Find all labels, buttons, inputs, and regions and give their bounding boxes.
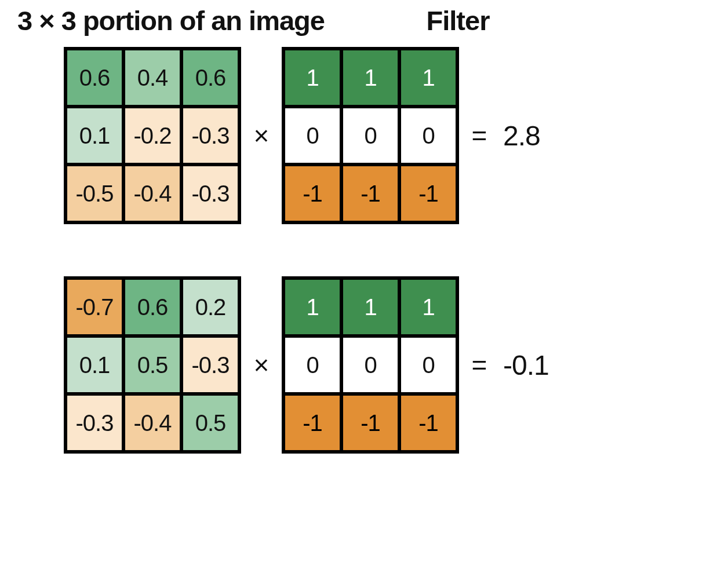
filter-cell: 1 bbox=[399, 278, 457, 336]
patch1-cell: -0.2 bbox=[123, 107, 181, 165]
filter-cell: 0 bbox=[341, 107, 399, 165]
image-patch-1: 0.6 0.4 0.6 0.1 -0.2 -0.3 -0.5 -0.4 -0.3 bbox=[64, 47, 241, 224]
patch1-cell: -0.3 bbox=[181, 107, 239, 165]
filter-cell: 1 bbox=[341, 49, 399, 107]
patch1-cell: 0.4 bbox=[123, 49, 181, 107]
filter-grid-2: 1 1 1 0 0 0 -1 -1 -1 bbox=[282, 276, 459, 454]
filter-grid-1: 1 1 1 0 0 0 -1 -1 -1 bbox=[282, 47, 459, 224]
filter-cell: 1 bbox=[283, 49, 341, 107]
filter-cell: 0 bbox=[341, 336, 399, 394]
image-patch-2: -0.7 0.6 0.2 0.1 0.5 -0.3 -0.3 -0.4 0.5 bbox=[64, 276, 241, 454]
equals-symbol: = bbox=[459, 349, 500, 381]
multiply-symbol: × bbox=[241, 349, 282, 381]
filter-cell: 1 bbox=[399, 49, 457, 107]
patch2-cell: -0.3 bbox=[181, 336, 239, 394]
equals-symbol: = bbox=[459, 120, 500, 151]
filter-cell: -1 bbox=[283, 165, 341, 222]
patch2-cell: -0.3 bbox=[65, 394, 123, 452]
result-2: -0.1 bbox=[503, 349, 549, 381]
patch2-cell: 0.6 bbox=[123, 278, 181, 336]
filter-cell: -1 bbox=[399, 165, 457, 222]
filter-cell: 0 bbox=[283, 336, 341, 394]
patch1-cell: -0.4 bbox=[123, 165, 181, 222]
title-image-patch: 3 × 3 portion of an image bbox=[17, 5, 354, 36]
patch2-cell: 0.5 bbox=[123, 336, 181, 394]
title-filter: Filter bbox=[354, 5, 562, 36]
example-row-2: -0.7 0.6 0.2 0.1 0.5 -0.3 -0.3 -0.4 0.5 … bbox=[64, 276, 711, 454]
patch2-cell: 0.5 bbox=[181, 394, 239, 452]
diagram-root: 3 × 3 portion of an image Filter 0.6 0.4… bbox=[0, 0, 728, 570]
patch1-cell: 0.6 bbox=[181, 49, 239, 107]
multiply-symbol: × bbox=[241, 120, 282, 151]
patch2-cell: -0.7 bbox=[65, 278, 123, 336]
patch1-cell: 0.1 bbox=[65, 107, 123, 165]
patch1-cell: -0.3 bbox=[181, 165, 239, 222]
headers-row: 3 × 3 portion of an image Filter bbox=[17, 5, 711, 36]
patch2-cell: 0.2 bbox=[181, 278, 239, 336]
filter-cell: -1 bbox=[341, 165, 399, 222]
filter-cell: -1 bbox=[399, 394, 457, 452]
filter-cell: 1 bbox=[283, 278, 341, 336]
filter-cell: 1 bbox=[341, 278, 399, 336]
filter-cell: 0 bbox=[283, 107, 341, 165]
filter-cell: 0 bbox=[399, 107, 457, 165]
patch1-cell: 0.6 bbox=[65, 49, 123, 107]
filter-cell: -1 bbox=[341, 394, 399, 452]
patch1-cell: -0.5 bbox=[65, 165, 123, 222]
patch2-cell: -0.4 bbox=[123, 394, 181, 452]
result-1: 2.8 bbox=[503, 120, 540, 152]
filter-cell: 0 bbox=[399, 336, 457, 394]
example-row-1: 0.6 0.4 0.6 0.1 -0.2 -0.3 -0.5 -0.4 -0.3… bbox=[64, 47, 711, 224]
patch2-cell: 0.1 bbox=[65, 336, 123, 394]
filter-cell: -1 bbox=[283, 394, 341, 452]
